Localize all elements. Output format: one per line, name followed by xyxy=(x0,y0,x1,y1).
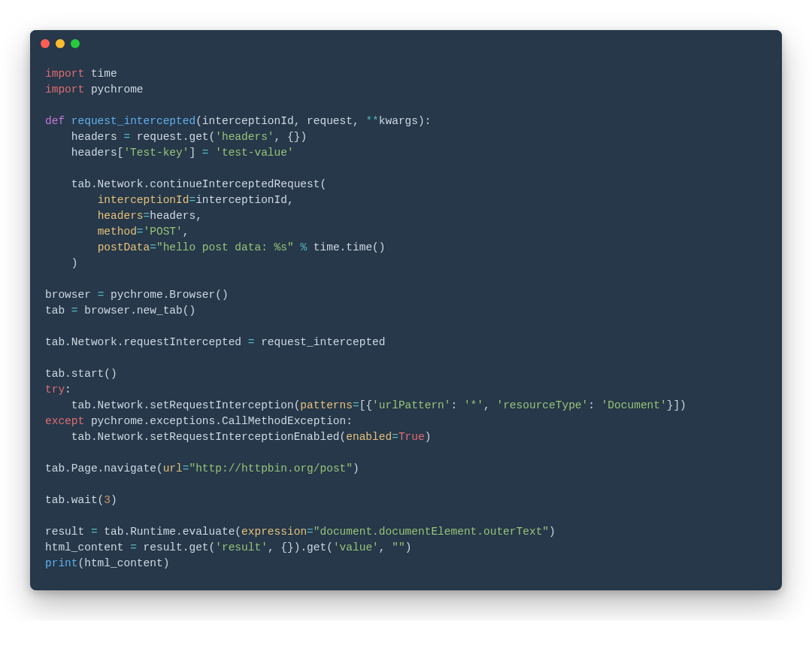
code-token: except xyxy=(45,415,84,427)
code-line xyxy=(45,477,767,493)
code-token: , {}).get( xyxy=(268,541,333,553)
code-line: method='POST', xyxy=(45,224,767,240)
code-line: tab.Network.setRequestInterceptionEnable… xyxy=(45,429,767,445)
code-token: 'Test-key' xyxy=(123,147,189,159)
code-line: headers=headers, xyxy=(45,208,767,224)
code-token: browser.new_tab() xyxy=(78,305,196,317)
code-token: time.time() xyxy=(307,241,385,253)
code-token: = xyxy=(71,305,78,317)
code-token: browser xyxy=(45,289,98,301)
traffic-light-close-icon[interactable] xyxy=(41,39,50,48)
traffic-light-zoom-icon[interactable] xyxy=(71,39,80,48)
code-line: browser = pychrome.Browser() xyxy=(45,287,767,303)
code-token: : xyxy=(451,399,464,411)
code-token: postData xyxy=(98,241,150,253)
code-line: html_content = result.get('result', {}).… xyxy=(45,540,767,556)
code-line: except pychrome.exceptions.CallMethodExc… xyxy=(45,414,767,429)
code-token: print xyxy=(45,557,78,569)
traffic-light-minimize-icon[interactable] xyxy=(56,39,65,48)
code-token: headers[ xyxy=(45,147,123,159)
code-token: = xyxy=(144,210,150,222)
code-token: enabled xyxy=(346,431,392,443)
code-line xyxy=(45,161,767,177)
code-line: ) xyxy=(45,256,767,271)
code-line: result = tab.Runtime.evaluate(expression… xyxy=(45,524,767,540)
code-token: 'resourceType' xyxy=(496,399,588,411)
code-token: tab.Network.continueInterceptedRequest( xyxy=(45,178,326,190)
code-token: ) xyxy=(111,494,117,506)
code-token: "hello post data: %s" xyxy=(156,241,294,253)
code-token: [{ xyxy=(359,399,372,411)
code-line xyxy=(45,508,767,524)
code-token: 'value' xyxy=(333,541,379,553)
code-token: tab xyxy=(45,305,71,317)
code-token: import xyxy=(45,83,84,96)
code-line xyxy=(45,319,767,335)
code-token: (interceptionId, request, xyxy=(195,115,365,127)
code-token: patterns xyxy=(300,399,353,411)
code-token: "" xyxy=(392,541,404,553)
code-token: "document.documentElement.outerText" xyxy=(314,526,549,538)
code-token: time xyxy=(84,68,117,80)
code-token: tab.Page.navigate( xyxy=(45,462,163,475)
code-token: = xyxy=(137,226,144,238)
code-token: , xyxy=(483,399,496,411)
code-token: }]) xyxy=(667,399,686,411)
code-token: html_content xyxy=(45,541,130,553)
code-token: tab.Runtime.evaluate( xyxy=(98,526,241,538)
code-line: tab.wait(3) xyxy=(45,493,767,508)
code-token: = xyxy=(392,431,398,443)
code-line: def request_intercepted(interceptionId, … xyxy=(45,114,767,129)
code-line: tab.Network.setRequestInterception(patte… xyxy=(45,398,767,414)
code-line: tab.Network.requestIntercepted = request… xyxy=(45,335,767,350)
code-token: pychrome.exceptions.CallMethodException: xyxy=(84,415,353,427)
code-token: = xyxy=(91,526,98,538)
window-titlebar xyxy=(30,30,782,57)
code-token xyxy=(45,210,98,222)
code-token xyxy=(45,241,98,253)
code-token: pychrome.Browser() xyxy=(104,289,228,301)
code-token: = xyxy=(353,399,359,411)
code-line xyxy=(45,98,767,114)
code-token: = xyxy=(202,147,209,159)
code-token: url xyxy=(163,462,183,475)
code-editor[interactable]: import timeimport pychrome def request_i… xyxy=(30,57,782,590)
code-token: "http://httpbin.org/post" xyxy=(189,462,353,475)
code-line: tab.Page.navigate(url="http://httpbin.or… xyxy=(45,461,767,477)
code-line xyxy=(45,271,767,287)
code-token: import xyxy=(45,68,84,80)
code-line: import time xyxy=(45,66,767,82)
code-token: % xyxy=(300,241,307,253)
code-window: import timeimport pychrome def request_i… xyxy=(30,30,782,590)
code-token: True xyxy=(398,431,425,443)
code-line: interceptionId=interceptionId, xyxy=(45,193,767,208)
code-line: headers['Test-key'] = 'test-value' xyxy=(45,145,767,161)
code-token: = xyxy=(123,131,130,143)
code-line: tab.Network.continueInterceptedRequest( xyxy=(45,177,767,193)
code-token: interceptionId, xyxy=(195,194,294,206)
code-token: ) xyxy=(425,431,432,443)
code-token: = xyxy=(130,541,137,553)
code-token xyxy=(45,226,98,238)
code-token: 'test-value' xyxy=(215,147,293,159)
code-line: headers = request.get('headers', {}) xyxy=(45,129,767,145)
code-token: ) xyxy=(45,257,78,269)
code-token: ** xyxy=(365,115,378,127)
code-token: headers, xyxy=(150,210,202,222)
code-token: tab.wait( xyxy=(45,494,104,506)
code-token: tab.Network.setRequestInterceptionEnable… xyxy=(45,431,346,443)
code-token: 'headers' xyxy=(215,131,274,143)
code-token: def xyxy=(45,115,71,127)
code-token: = xyxy=(150,241,156,253)
code-token: interceptionId xyxy=(98,194,189,206)
code-token: request_intercepted xyxy=(254,336,385,348)
code-line: tab.start() xyxy=(45,366,767,382)
code-token: ] xyxy=(189,147,201,159)
code-token: ) xyxy=(353,462,359,475)
code-token: tab.Network.setRequestInterception( xyxy=(45,399,300,411)
code-token: request_intercepted xyxy=(71,115,195,127)
code-token: tab.Network.requestIntercepted xyxy=(45,336,248,348)
code-token: , xyxy=(183,226,189,238)
code-token: 'Document' xyxy=(601,399,667,411)
code-token: pychrome xyxy=(84,83,143,96)
